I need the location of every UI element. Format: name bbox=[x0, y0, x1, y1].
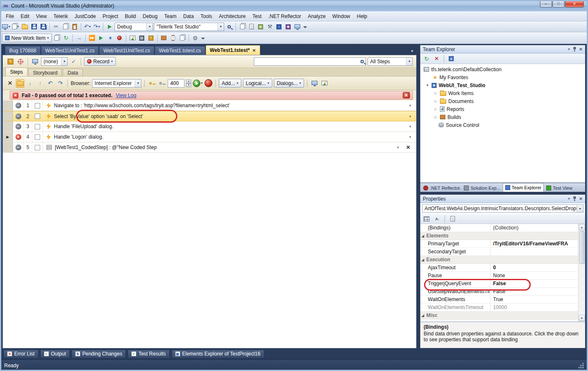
property-value[interactable]: /TryitEditorV16/FrameViewIFRA bbox=[491, 241, 578, 247]
step-row-3[interactable]: − 3 Handle 'FileUpload' dialog. ▾ bbox=[3, 121, 416, 132]
property-value[interactable]: 0 bbox=[491, 265, 578, 271]
run-test-button[interactable]: ▾ bbox=[193, 79, 202, 88]
stepper-up-icon[interactable]: ▲ bbox=[186, 80, 191, 83]
new-project-icon[interactable]: ▾ bbox=[2, 23, 10, 31]
team-members-icon[interactable]: ● bbox=[447, 54, 455, 63]
test-film-icon[interactable]: ▧ bbox=[138, 34, 146, 42]
properties-titlebar[interactable]: Properties ▾ ✕ bbox=[420, 195, 585, 203]
step-dropdown-icon[interactable]: ▾ bbox=[407, 124, 413, 129]
move-step-up-icon[interactable]: ↑ bbox=[36, 79, 44, 88]
step-checkbox-cell[interactable] bbox=[32, 100, 43, 111]
test-camera-icon[interactable] bbox=[128, 34, 137, 42]
start-page-icon[interactable]: ⌂ bbox=[275, 23, 283, 31]
window-position-icon[interactable]: ▾ bbox=[568, 197, 570, 201]
tree-item-builds[interactable]: ▷ Builds bbox=[420, 113, 585, 121]
step-filter-combobox[interactable]: All Steps ▾ bbox=[368, 57, 413, 66]
go-to-work-item-icon[interactable]: → bbox=[75, 34, 83, 42]
expanded-triangle-icon[interactable]: ▾ bbox=[425, 83, 429, 87]
cut-icon[interactable]: ✂ bbox=[52, 23, 60, 31]
other-windows-icon[interactable] bbox=[293, 23, 302, 31]
solution-configuration-combobox[interactable]: "Telerik Test Studio" ▾ bbox=[154, 23, 224, 31]
pin-icon[interactable] bbox=[573, 46, 577, 52]
property-grid-scrollbar[interactable]: ▲ ▼ bbox=[578, 224, 585, 321]
scroll-down-icon[interactable]: ▼ bbox=[579, 315, 585, 321]
menu-team[interactable]: Team bbox=[161, 13, 180, 19]
property-row-waitonelements[interactable]: WaitOnElements True bbox=[420, 296, 578, 304]
step-content[interactable]: [WebTest1_CodedStep] : @"New Coded Step … bbox=[43, 142, 416, 152]
add-step-button[interactable]: Add...▾ bbox=[219, 79, 241, 88]
tab-list-chevron-icon[interactable]: ▾ bbox=[411, 49, 417, 55]
view-log-link[interactable]: View Log bbox=[116, 93, 136, 98]
tree-item-my-favorites[interactable]: ★ My Favorites bbox=[420, 73, 585, 81]
menu-window[interactable]: Window bbox=[329, 13, 354, 19]
tree-item-source-control[interactable]: Source Control bbox=[420, 121, 585, 129]
step-state-cell[interactable]: − bbox=[13, 142, 24, 152]
pending-changes-button[interactable]: ⇅ Pending Changes bbox=[72, 350, 126, 358]
speed-stepper[interactable]: ▲▼ bbox=[186, 80, 191, 87]
property-row-bindings[interactable]: (Bindings) (Collection) bbox=[420, 224, 578, 232]
property-value[interactable]: 10000 bbox=[491, 304, 578, 310]
step-checkbox[interactable] bbox=[35, 124, 40, 129]
bind-key-icon[interactable] bbox=[148, 79, 156, 88]
step-gutter[interactable] bbox=[3, 142, 13, 152]
refresh-work-items-icon[interactable]: ↻ bbox=[62, 34, 70, 42]
search-input[interactable] bbox=[256, 59, 360, 64]
step-state-cell[interactable]: − bbox=[13, 121, 24, 131]
step-checkbox[interactable] bbox=[35, 145, 40, 150]
tab-steps[interactable]: Steps bbox=[5, 67, 28, 76]
record-button[interactable]: Record ▾ bbox=[84, 57, 116, 66]
output-button[interactable]: ≡ Output bbox=[40, 350, 70, 358]
dialogs-step-button[interactable]: Dialogs...▾ bbox=[274, 79, 304, 88]
close-result-bar-icon[interactable]: ✕ bbox=[403, 92, 410, 98]
property-row-triggerjqueryevent[interactable]: TriggerjQueryEvent False bbox=[420, 280, 578, 288]
logical-step-button[interactable]: Logical...▾ bbox=[243, 79, 272, 88]
toolbar-overflow-icon[interactable]: ▬▾ bbox=[302, 26, 308, 28]
chevron-down-icon[interactable]: ▾ bbox=[135, 80, 141, 87]
object-selector-combobox[interactable]: ArtOfTest.WebAii.Design.IntrinsicTransla… bbox=[422, 204, 583, 213]
step-row-1[interactable]: − 1 Navigate to : 'http://www.w3schools.… bbox=[3, 100, 416, 111]
category-triangle-icon[interactable]: ◢ bbox=[422, 258, 424, 262]
elements-explorer-button[interactable]: ▦ Elements Explorer of TestProject16 bbox=[171, 350, 264, 358]
run-all-tests-icon[interactable] bbox=[97, 34, 105, 42]
undo-icon[interactable]: ↶ bbox=[46, 79, 54, 88]
pause-test-icon[interactable]: ⏸ bbox=[106, 34, 115, 42]
tab-team-explorer[interactable]: Team Explorer bbox=[503, 183, 544, 192]
collapsed-triangle-icon[interactable]: ▷ bbox=[434, 99, 438, 103]
test-results-button[interactable]: ✓ Test Results bbox=[128, 350, 169, 358]
stepper-down-icon[interactable]: ▼ bbox=[186, 83, 191, 87]
category-triangle-icon[interactable]: ◢ bbox=[422, 314, 424, 317]
menu-tools[interactable]: Tools bbox=[197, 13, 215, 19]
disable-step-icon[interactable]: − bbox=[15, 113, 21, 119]
property-value[interactable]: False bbox=[491, 289, 578, 294]
menu-debug[interactable]: Debug bbox=[139, 13, 161, 19]
close-button[interactable]: ✕ bbox=[565, 0, 584, 8]
find-icon[interactable] bbox=[225, 23, 233, 31]
maximize-button[interactable]: □ bbox=[552, 0, 565, 8]
object-browser-icon[interactable]: ■ bbox=[256, 23, 265, 31]
categorized-icon[interactable] bbox=[422, 215, 431, 223]
step-row-4[interactable]: ▶ ✕ 4 Handle 'Logon' dialog. ▾ bbox=[3, 132, 416, 142]
collapsed-triangle-icon[interactable]: ▷ bbox=[434, 115, 438, 119]
property-value[interactable]: True bbox=[491, 296, 578, 302]
disable-step-icon[interactable]: − bbox=[15, 124, 21, 129]
tab-webtest1-tstest-cs[interactable]: WebTest1.tstest.cs bbox=[155, 46, 205, 55]
menu-net-reflector[interactable]: .NET Reflector bbox=[265, 13, 304, 19]
property-value[interactable]: None bbox=[491, 273, 578, 278]
chevron-down-icon[interactable]: ▾ bbox=[61, 58, 67, 65]
disable-step-icon[interactable]: − bbox=[15, 103, 21, 108]
chevron-down-icon[interactable]: ▾ bbox=[217, 23, 224, 31]
run-checked-tests-icon[interactable]: ⏩ bbox=[88, 34, 96, 42]
step-content[interactable]: Handle 'FileUpload' dialog. ▾ bbox=[43, 121, 416, 131]
cancel-icon[interactable]: ✕ bbox=[432, 54, 441, 63]
menu-justcode[interactable]: JustCode bbox=[72, 13, 100, 19]
scrollbar-thumb[interactable] bbox=[579, 231, 585, 264]
tab-solution-explorer[interactable]: Solution Exp... bbox=[462, 184, 502, 192]
property-category-elements[interactable]: ◢ Elements bbox=[420, 232, 578, 240]
translator-icon[interactable]: T bbox=[147, 34, 155, 42]
chevron-down-icon[interactable]: ▾ bbox=[406, 58, 412, 65]
team-explorer-titlebar[interactable]: Team Explorer ▾ ✕ bbox=[420, 45, 585, 54]
stop-test-button[interactable] bbox=[204, 79, 212, 88]
step-gutter[interactable]: ▶ bbox=[3, 132, 13, 142]
menu-file[interactable]: File bbox=[3, 13, 17, 19]
execution-speed-input[interactable] bbox=[168, 79, 184, 88]
